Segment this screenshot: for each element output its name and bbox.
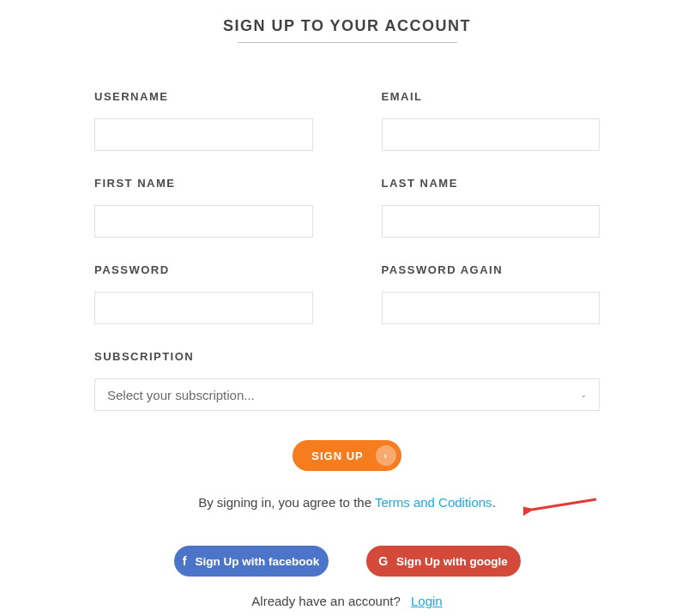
password-label: PASSWORD [94,263,313,276]
terms-prefix: By signing in, you agree to the [198,495,375,510]
google-signup-button[interactable]: G Sign Up with google [366,546,521,577]
password-field-group: PASSWORD [94,263,313,324]
chevron-down-icon: ⌄ [581,391,587,399]
username-label: USERNAME [94,90,313,103]
page-title: SIGN UP TO YOUR ACCOUNT [94,17,600,35]
subscription-field-group: SUBSCRIPTION Select your subscription...… [94,350,600,411]
last-name-label: LAST NAME [382,177,600,190]
arrow-right-icon: › [376,445,396,466]
terms-link[interactable]: Terms and Coditions [375,495,492,510]
facebook-signup-label: Sign Up with facebook [195,555,319,568]
last-name-input[interactable] [382,205,600,238]
subscription-select[interactable]: Select your subscription... ⌄ [94,378,600,411]
username-field-group: USERNAME [94,90,313,151]
login-footer: Already have an account? Login [94,594,600,608]
password-input[interactable] [94,292,313,324]
password-again-input[interactable] [382,292,600,324]
social-signup-row: f Sign Up with facebook G Sign Up with g… [94,546,600,577]
subscription-placeholder: Select your subscription... [107,388,255,402]
terms-text: By signing in, you agree to the Terms an… [94,495,600,510]
sign-up-button-label: SIGN UP [311,450,363,462]
facebook-icon: f [183,554,187,568]
subscription-label: SUBSCRIPTION [94,350,600,363]
login-link[interactable]: Login [411,594,443,608]
google-signup-label: Sign Up with google [396,555,508,568]
login-footer-text: Already have an account? [251,594,400,608]
google-icon: G [378,554,388,568]
first-name-field-group: FIRST NAME [94,177,313,238]
password-again-label: PASSWORD AGAIN [382,263,600,276]
email-input[interactable] [382,118,600,151]
terms-suffix: . [492,495,496,510]
signup-form: USERNAME EMAIL FIRST NAME LAST NAME PASS… [94,90,600,411]
email-field-group: EMAIL [382,90,600,151]
first-name-label: FIRST NAME [94,177,313,190]
facebook-signup-button[interactable]: f Sign Up with facebook [174,546,329,577]
first-name-input[interactable] [94,205,313,238]
sign-up-button[interactable]: SIGN UP › [293,440,401,471]
title-underline [238,42,457,43]
last-name-field-group: LAST NAME [382,177,600,238]
username-input[interactable] [94,118,313,151]
email-label: EMAIL [382,90,600,103]
password-again-field-group: PASSWORD AGAIN [382,263,600,324]
